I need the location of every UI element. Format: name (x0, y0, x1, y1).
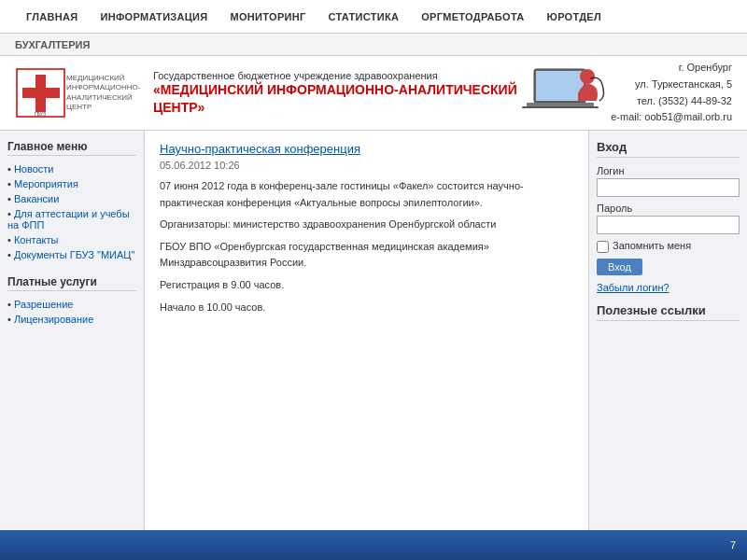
address: ул. Туркестанская, 5 (611, 77, 732, 93)
svg-text:ГБУЗ: ГБУЗ (35, 111, 46, 117)
menu-item-contacts[interactable]: Контакты (7, 232, 136, 247)
nav-statistics[interactable]: СТАТИСТИКА (317, 11, 411, 22)
sub-navigation: БУХГАЛТЕРИЯ (0, 34, 747, 56)
menu-item-attestation[interactable]: Для аттестации и учебы на ФПП (7, 206, 136, 232)
logo-area: ГБУЗ МЕДИЦИНСКИЙИНФОРМАЦИОННО-АНАЛИТИЧЕС… (15, 67, 146, 119)
logo-subtitle: МЕДИЦИНСКИЙИНФОРМАЦИОННО-АНАЛИТИЧЕСКИЙЦЕ… (66, 74, 140, 113)
svg-rect-10 (527, 103, 594, 106)
login-button[interactable]: Вход (597, 259, 642, 275)
remember-label: Запомнить меня (613, 240, 691, 251)
nav-orgmeth[interactable]: ОРГМЕТОДРАБОТА (410, 11, 535, 22)
email: e-mail: oob51@mail.orb.ru (611, 109, 732, 126)
article-para-3: ГБОУ ВПО «Оренбургская государственная м… (160, 239, 573, 272)
password-input[interactable] (597, 216, 740, 234)
org-name: «МЕДИЦИНСКИЙ ИНФОРМАЦИОННО-АНАЛИТИЧЕСКИЙ… (153, 81, 517, 115)
password-label: Пароль (597, 203, 740, 214)
svg-rect-11 (522, 106, 599, 108)
slide-number: 7 (730, 539, 736, 551)
service-item-permission[interactable]: Разрешение (7, 297, 136, 312)
header-banner: ГБУЗ МЕДИЦИНСКИЙИНФОРМАЦИОННО-АНАЛИТИЧЕС… (0, 56, 747, 131)
article-title[interactable]: Научно-практическая конференция (160, 142, 573, 156)
login-label: Логин (597, 165, 740, 176)
service-item-licensing[interactable]: Лицензирование (7, 312, 136, 327)
org-text: Государственное бюджетное учреждение здр… (146, 70, 517, 115)
subnav-label: БУХГАЛТЕРИЯ (15, 39, 90, 50)
login-form: Логин Пароль Запомнить меня Вход Забыли … (597, 165, 740, 294)
forgot-link[interactable]: Забыли логин? (597, 282, 669, 293)
menu-item-vacancies[interactable]: Вакансии (7, 191, 136, 206)
menu-item-news[interactable]: Новости (7, 161, 136, 176)
bottom-bar: 7 (0, 530, 747, 560)
svg-point-9 (580, 69, 595, 84)
content-area: Научно-практическая конференция 05.06.20… (145, 131, 588, 560)
remember-checkbox[interactable] (597, 241, 609, 253)
article-para-4: Регистрация в 9.00 часов. (160, 277, 573, 294)
nav-home[interactable]: ГЛАВНАЯ (15, 11, 89, 22)
login-input[interactable] (597, 178, 740, 197)
nav-informatization[interactable]: ИНФОРМАТИЗАЦИЯ (89, 11, 218, 22)
main-menu-list: Новости Мероприятия Вакансии Для аттеста… (7, 161, 136, 262)
contact-info: г. Оренбург ул. Туркестанская, 5 тел. (3… (611, 60, 732, 125)
paid-services-title: Платные услуги (7, 275, 136, 291)
city: г. Оренбург (611, 60, 732, 77)
laptop-illustration (517, 65, 611, 121)
article-para-5: Начало в 10.00 часов. (160, 300, 573, 316)
nav-legal[interactable]: ЮРОТДЕЛ (535, 11, 613, 22)
svg-rect-8 (536, 71, 584, 101)
article-para-1: 07 июня 2012 года в конференц-зале гости… (160, 178, 573, 211)
sidebar: Главное меню Новости Мероприятия Ваканси… (0, 131, 145, 560)
menu-item-events[interactable]: Мероприятия (7, 176, 136, 191)
useful-links-title: Полезные ссылки (597, 303, 740, 321)
gbuz-logo: ГБУЗ (15, 67, 66, 119)
remember-row: Запомнить меня (597, 240, 740, 253)
menu-item-documents[interactable]: Документы ГБУЗ "МИАЦ" (7, 247, 136, 262)
org-type: Государственное бюджетное учреждение здр… (153, 70, 517, 81)
article-body: 07 июня 2012 года в конференц-зале гости… (160, 178, 573, 315)
nav-monitoring[interactable]: МОНИТОРИНГ (219, 11, 317, 22)
svg-rect-5 (22, 88, 60, 98)
top-navigation: ГЛАВНАЯ ИНФОРМАТИЗАЦИЯ МОНИТОРИНГ СТАТИС… (0, 0, 747, 34)
right-panel: Вход Логин Пароль Запомнить меня Вход За… (588, 131, 747, 560)
main-menu-title: Главное меню (7, 140, 136, 156)
paid-services-list: Разрешение Лицензирование (7, 297, 136, 327)
main-area: Главное меню Новости Мероприятия Ваканси… (0, 131, 747, 560)
phone: тел. (3532) 44-89-32 (611, 93, 732, 110)
login-title: Вход (597, 140, 740, 158)
article-para-2: Организаторы: министерство здравоохранен… (160, 217, 573, 233)
article-date: 05.06.2012 10:26 (160, 160, 573, 171)
